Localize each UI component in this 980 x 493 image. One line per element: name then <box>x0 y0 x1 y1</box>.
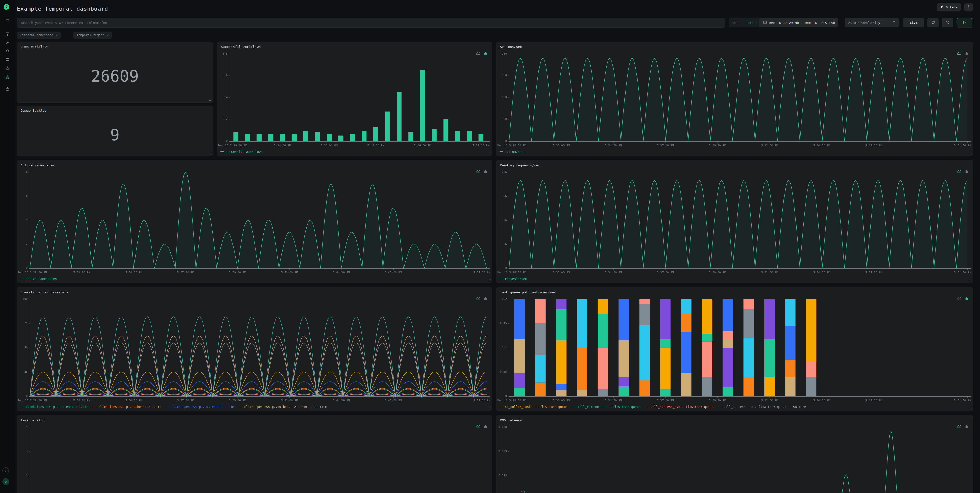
avatar-initial: D <box>5 480 7 483</box>
legend-item[interactable]: poll_success · c..-flow-task-queue <box>718 405 786 409</box>
resize-handle[interactable] <box>488 279 490 281</box>
sql-option[interactable]: SQL <box>732 21 738 25</box>
line-chart-toggle-icon[interactable] <box>957 51 961 55</box>
chart-legend: clickpipes-aws-p..-us-east-2.12c4nclickp… <box>21 405 327 409</box>
legend-series-swatch <box>21 279 24 279</box>
lucene-option[interactable]: Lucene <box>746 21 757 25</box>
line-chart-toggle-icon[interactable] <box>957 424 961 428</box>
resize-handle[interactable] <box>488 152 490 154</box>
chart-canvas-p95-latency[interactable] <box>496 415 973 493</box>
line-chart-toggle-icon[interactable] <box>476 424 480 428</box>
bar-chart-toggle-icon[interactable] <box>484 424 488 428</box>
resize-handle[interactable] <box>209 152 211 154</box>
panel-title: Task backlog <box>21 418 45 422</box>
bar-chart-toggle-icon[interactable] <box>484 296 488 300</box>
settings-gear-icon[interactable] <box>4 86 11 92</box>
resize-handle[interactable] <box>969 407 971 409</box>
bar-chart-toggle-icon[interactable] <box>964 169 969 173</box>
line-chart-toggle-icon[interactable] <box>957 296 961 300</box>
legend-item[interactable]: successful workflows <box>221 150 262 154</box>
panel-title: Pending requests/sec <box>500 163 540 167</box>
legend-more-link[interactable]: +12 more <box>312 405 327 409</box>
tags-button[interactable]: 0 Tags <box>937 3 961 11</box>
panel-successful-workflows: Successful workflows successful workflow… <box>217 42 492 156</box>
chart-canvas-successful-workflows[interactable] <box>217 42 492 156</box>
collapse-sidebar-icon[interactable] <box>4 17 11 24</box>
help-button[interactable]: ? <box>2 468 9 474</box>
chart-canvas-task-backlog[interactable] <box>17 415 492 493</box>
legend-item[interactable]: no_poller_tasks ..-flow-task-queue <box>500 405 568 409</box>
line-chart-toggle-icon[interactable] <box>957 169 961 173</box>
legend-item[interactable]: clickpipes-aws-p..-us-east-1.12c4n <box>166 405 234 409</box>
bar-chart-toggle-icon[interactable] <box>964 51 969 55</box>
panel-title: Operations per namespace <box>21 290 68 294</box>
time-range-label: Dec 16 17:29:30 - Dec 16 17:51:30 <box>769 21 835 25</box>
line-chart-toggle-icon[interactable] <box>476 169 480 173</box>
chart-canvas-task-queue-poll-outcomes[interactable] <box>496 287 973 411</box>
chart-canvas-operations-per-namespace[interactable] <box>17 287 492 411</box>
bar-chart-toggle-icon[interactable] <box>484 51 488 55</box>
temporal-logo-icon[interactable] <box>3 3 10 11</box>
legend-item[interactable]: active namespaces <box>21 277 57 281</box>
chart-legend: active namespaces <box>21 277 57 281</box>
search-input[interactable] <box>17 18 725 27</box>
refresh-button[interactable] <box>928 18 939 27</box>
bar-chart-toggle-icon[interactable] <box>964 424 969 428</box>
legend-label: clickpipes-aws-p..outheast-2.12c4n <box>244 405 307 409</box>
legend-item[interactable]: clickpipes-aws-p..outheast-2.12c4n <box>94 405 161 409</box>
chart-canvas-pending-requests[interactable] <box>496 160 973 283</box>
panel-title: Open Workflows <box>21 45 49 49</box>
line-chart-toggle-icon[interactable] <box>476 296 480 300</box>
query-language-toggle[interactable]: SQL | Lucene <box>729 18 761 27</box>
chevron-updown-icon <box>107 33 109 37</box>
filter-button[interactable] <box>942 18 953 27</box>
chart-canvas-actions-sec[interactable] <box>496 42 973 156</box>
tables-icon[interactable] <box>4 31 11 37</box>
legend-more-link[interactable]: +56 more <box>791 405 806 409</box>
legend-item[interactable]: clickpipes-aws-p..outheast-2.12c4n <box>239 405 307 409</box>
time-range-picker[interactable]: Dec 16 17:29:30 - Dec 16 17:51:30 <box>759 18 838 27</box>
bar-chart-toggle-icon[interactable] <box>964 296 969 300</box>
live-button[interactable]: Live <box>903 18 924 27</box>
legend-series-swatch <box>500 407 503 407</box>
legend-item[interactable]: poll_timeout · c..-flow-task-queue <box>573 405 641 409</box>
resize-handle[interactable] <box>209 99 211 101</box>
legend-item[interactable]: clickpipes-aws-p..-us-east-2.12c4n <box>21 405 88 409</box>
user-avatar[interactable]: D <box>2 478 9 485</box>
panel-operations-per-namespace: Operations per namespace clickpipes-aws-… <box>17 287 492 411</box>
service-map-icon[interactable] <box>4 65 11 71</box>
legend-series-swatch <box>718 407 722 407</box>
line-chart-toggle-icon[interactable] <box>476 51 480 55</box>
legend-item[interactable]: poll_success_syn..-flow-task-queue <box>646 405 713 409</box>
panel-title: Active Namespaces <box>21 163 55 167</box>
legend-label: action/sec <box>505 150 523 154</box>
kebab-icon <box>967 5 970 10</box>
run-query-button[interactable] <box>956 18 972 27</box>
legend-series-swatch <box>94 407 97 407</box>
legend-item[interactable]: requests/sec <box>500 277 527 281</box>
play-icon <box>963 21 966 25</box>
resize-handle[interactable] <box>969 279 971 281</box>
filter-label: Temporal namespace <box>20 33 53 37</box>
resize-handle[interactable] <box>488 407 490 409</box>
legend-series-swatch <box>646 407 649 407</box>
legend-item[interactable]: action/sec <box>500 150 523 154</box>
bar-chart-toggle-icon[interactable] <box>484 169 488 173</box>
alerts-bell-icon[interactable] <box>4 48 11 54</box>
legend-series-swatch <box>21 407 24 407</box>
resize-handle[interactable] <box>969 152 971 154</box>
panel-title: Task queue poll outcomes/sec <box>500 290 556 294</box>
legend-label: clickpipes-aws-p..outheast-2.12c4n <box>99 405 161 409</box>
filter-temporal-region[interactable]: Temporal region <box>73 32 112 39</box>
granularity-select[interactable]: Auto Granularity <box>845 18 899 27</box>
filter-temporal-namespace[interactable]: Temporal namespace <box>17 32 61 39</box>
panel-title: Actions/sec <box>500 45 522 49</box>
legend-label: poll_timeout · c..-flow-task-queue <box>578 405 641 409</box>
help-label: ? <box>5 469 6 473</box>
dashboards-icon[interactable] <box>4 74 11 80</box>
panel-queue-backlog: Queue Backlog 9 <box>17 106 213 156</box>
chart-canvas-active-namespaces[interactable] <box>17 160 492 283</box>
kebab-menu-button[interactable] <box>964 3 973 11</box>
metrics-icon[interactable] <box>4 40 11 46</box>
hosts-laptop-icon[interactable] <box>4 57 11 63</box>
